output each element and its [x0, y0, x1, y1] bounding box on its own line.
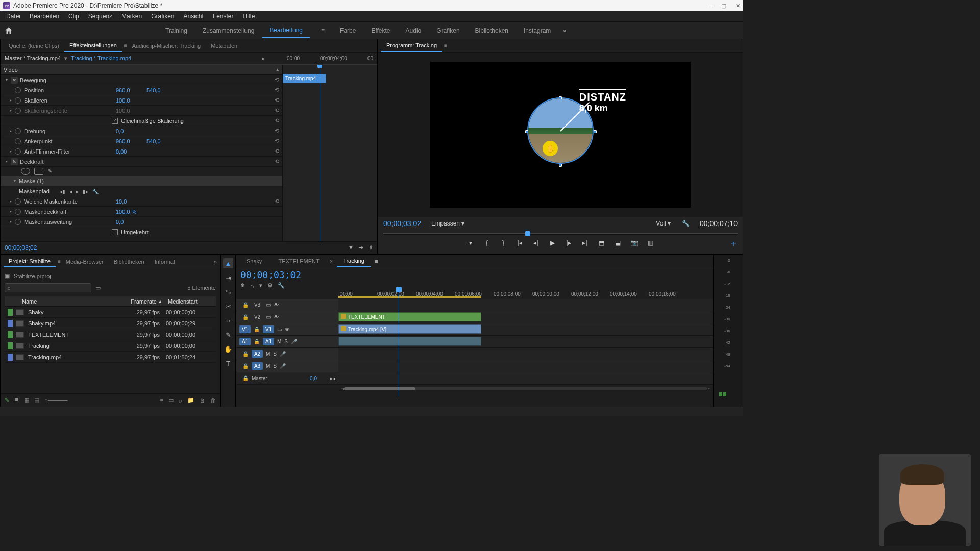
menu-fenster[interactable]: Fenster	[209, 12, 238, 21]
col-name[interactable]: Name	[19, 298, 119, 305]
stopwatch-icon[interactable]	[15, 209, 21, 215]
timeline-ruler[interactable]: ;00;0000;00;02;0000;00;04;0000;00;06;000…	[338, 289, 713, 299]
settings-wrench-icon[interactable]: 🔧	[682, 220, 690, 227]
workspace-menu-icon[interactable]: ≡	[314, 24, 332, 37]
tab-quelle[interactable]: Quelle: (keine Clips)	[4, 41, 64, 51]
track-play-icon[interactable]: ▸	[76, 189, 79, 194]
menu-sequenz[interactable]: Sequenz	[84, 12, 116, 21]
list-item[interactable]: TEXTELEMENT29,97 fps00;00;00;00	[5, 329, 216, 340]
reset-icon[interactable]: ⟲	[275, 77, 279, 83]
list-item[interactable]: Shaky29,97 fps00;00;00;00	[5, 307, 216, 318]
mask-handle-bottom[interactable]	[559, 164, 562, 167]
toggle-output-icon[interactable]: ▭	[266, 302, 271, 308]
add-marker-icon[interactable]: ▾	[465, 238, 476, 247]
timeline-playhead[interactable]	[399, 291, 399, 396]
pen-mask-icon[interactable]	[47, 168, 57, 175]
uniform-scale-checkbox[interactable]: ✓	[112, 118, 118, 124]
list-view-icon[interactable]: ≣	[14, 397, 19, 404]
aff-value[interactable]: 0,00	[116, 148, 146, 155]
workspace-effekte[interactable]: Effekte	[364, 24, 397, 37]
mute-button[interactable]: M	[277, 339, 281, 344]
kf-playhead[interactable]	[320, 65, 320, 241]
reset-icon[interactable]: ⟲	[275, 97, 279, 104]
workspace-instagram[interactable]: Instagram	[517, 24, 558, 37]
reset-icon[interactable]: ⟲	[275, 158, 279, 165]
type-tool-icon[interactable]: T	[223, 358, 233, 368]
wrench-icon[interactable]: 🔧	[92, 189, 99, 194]
program-tab[interactable]: Programm: Tracking	[381, 40, 442, 52]
project-search-input[interactable]	[5, 283, 91, 292]
lock-icon[interactable]: 🔒	[254, 327, 260, 332]
clip-tracking-video[interactable]: Tracking.mp4 [V]	[338, 324, 481, 334]
snap-icon[interactable]: ❄	[240, 282, 245, 289]
mute-button[interactable]: M	[266, 363, 270, 369]
anker-y[interactable]: 540,0	[146, 138, 177, 144]
trash-icon[interactable]: 🗑	[210, 397, 216, 404]
menu-marken[interactable]: Marken	[117, 12, 146, 21]
timeline-zoom-scrollbar[interactable]: ○○	[338, 385, 713, 393]
source-a1-target[interactable]: A1	[239, 338, 251, 345]
lock-icon[interactable]: 🔒	[242, 375, 249, 381]
goto-in-icon[interactable]: |◂	[514, 238, 525, 247]
toggle-output-icon[interactable]: ▭	[266, 314, 271, 320]
lift-icon[interactable]: ⬒	[596, 238, 607, 247]
resolution-dropdown[interactable]: Voll ▾	[656, 220, 671, 227]
menu-grafiken[interactable]: Grafiken	[147, 12, 178, 21]
lock-icon[interactable]: 🔒	[242, 363, 249, 369]
compare-icon[interactable]: ▥	[645, 238, 656, 247]
clip-textelement[interactable]: TEXTELEMENT	[338, 312, 481, 321]
menu-hilfe[interactable]: Hilfe	[239, 12, 259, 21]
chevron-down-icon[interactable]: ▾	[64, 55, 67, 61]
solo-button[interactable]: S	[273, 351, 277, 357]
source-v1-target[interactable]: V1	[239, 325, 251, 333]
workspace-training[interactable]: Training	[158, 24, 194, 37]
ec-timecode[interactable]: 00;00;03;02	[5, 244, 37, 252]
stopwatch-icon[interactable]	[15, 97, 21, 104]
fx-badge-icon[interactable]: fx	[11, 158, 18, 165]
fx-badge-icon[interactable]: fx	[11, 77, 18, 84]
list-item[interactable]: Shaky.mp429,97 fps00;00;00;29	[5, 318, 216, 329]
workspace-bibliotheken[interactable]: Bibliotheken	[468, 24, 516, 37]
reset-icon[interactable]: ⟲	[275, 128, 279, 134]
linked-sel-icon[interactable]: ∩	[250, 283, 254, 289]
reset-icon[interactable]: ⟲	[275, 117, 279, 124]
track-select-tool-icon[interactable]: ⇥	[223, 272, 233, 283]
program-timecode-current[interactable]: 00;00;03;02	[383, 219, 421, 228]
selection-tool-icon[interactable]: ▲	[223, 258, 233, 268]
auto-seq-icon[interactable]: ▭	[168, 397, 174, 404]
new-bin-bottom-icon[interactable]: 📁	[187, 397, 194, 404]
clip-tracking-audio[interactable]	[338, 337, 481, 346]
playback-toggle-icon[interactable]: ▸	[262, 56, 265, 61]
lock-icon[interactable]: 🔒	[254, 339, 260, 344]
menu-bearbeiten[interactable]: Bearbeiten	[26, 12, 63, 21]
zoom-fit-dropdown[interactable]: Einpassen ▾	[427, 219, 469, 228]
collapse-icon[interactable]: ▴	[276, 66, 279, 73]
stopwatch-icon[interactable]	[15, 138, 21, 144]
tab-informat[interactable]: Informat	[150, 257, 180, 267]
home-icon[interactable]	[4, 26, 13, 35]
zoom-slider[interactable]: ○─────	[44, 397, 68, 404]
goto-out-icon[interactable]: ▸|	[579, 238, 591, 247]
timeline-timecode[interactable]: 00;00;03;02	[240, 269, 301, 280]
menu-ansicht[interactable]: Ansicht	[179, 12, 207, 21]
lock-icon[interactable]: 🔒	[242, 351, 249, 357]
tl-wrench-icon[interactable]: 🔧	[278, 282, 285, 289]
find-icon[interactable]: ⌕	[179, 397, 182, 404]
seq-tab-textelement[interactable]: TEXTELEMENT	[273, 256, 326, 266]
workspace-bearbeitung[interactable]: Bearbeitung	[262, 23, 310, 38]
mute-button[interactable]: M	[266, 351, 270, 357]
ellipse-mask-icon[interactable]	[21, 168, 30, 175]
lock-icon[interactable]: 🔒	[242, 302, 249, 308]
mask-handle-left[interactable]	[525, 130, 528, 133]
track-fwd-icon[interactable]: ▮▸	[83, 189, 88, 194]
track-back-icon[interactable]: ◂	[69, 189, 72, 194]
tabs-overflow-icon[interactable]: »	[214, 259, 217, 265]
weiche-value[interactable]: 10,0	[116, 198, 146, 205]
minimize-button[interactable]: ─	[708, 3, 712, 9]
stopwatch-icon[interactable]	[15, 128, 21, 134]
eye-icon[interactable]: 👁	[285, 327, 290, 332]
solo-button[interactable]: S	[273, 363, 277, 369]
reset-icon[interactable]: ⟲	[275, 138, 279, 144]
marker-add-icon[interactable]: ▾	[259, 282, 262, 289]
maximize-button[interactable]: ▢	[721, 3, 726, 9]
